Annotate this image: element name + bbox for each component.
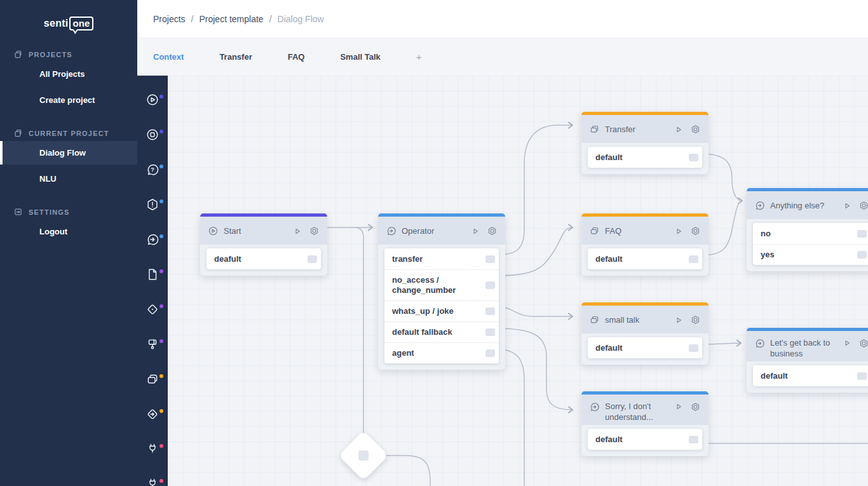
node-settings-button[interactable]: [690, 314, 701, 325]
logo-text-suffix: one: [69, 17, 94, 30]
output-connector[interactable]: [485, 307, 495, 315]
node-header: Start: [200, 217, 327, 245]
node-title: Sorry, I don't understand...: [605, 401, 668, 422]
node-row[interactable]: yes: [753, 244, 868, 265]
run-node-button[interactable]: [842, 201, 852, 211]
run-node-button[interactable]: [470, 226, 480, 236]
flow-node-lets-get-back[interactable]: Let's get back to businessdefault: [747, 328, 868, 393]
node-settings-button[interactable]: [858, 338, 868, 349]
output-connector[interactable]: [857, 230, 867, 238]
run-node-button[interactable]: [674, 402, 684, 412]
paint-roller-tool[interactable]: [137, 327, 168, 361]
sidebar-item-dialog-flow[interactable]: Dialog Flow: [0, 141, 137, 165]
node-settings-button[interactable]: [858, 200, 868, 211]
node-row[interactable]: deafult: [207, 248, 321, 269]
sidebar-section-header: SETTINGS: [0, 207, 137, 217]
tool-status-dot: [159, 199, 163, 203]
node-settings-button[interactable]: [690, 124, 701, 135]
output-connector[interactable]: [485, 255, 495, 263]
flow-node-faq[interactable]: FAQdefault: [581, 213, 709, 276]
chat-arrow-icon: [386, 226, 397, 236]
collection-tool[interactable]: [137, 361, 168, 396]
node-body: deafult: [200, 245, 327, 276]
flow-node-small-talk[interactable]: small talkdefault: [581, 302, 709, 365]
output-connector[interactable]: [308, 255, 317, 263]
sidebar-item-logout[interactable]: Logout: [0, 220, 137, 243]
tab-transfer[interactable]: Transfer: [219, 52, 252, 62]
node-settings-button[interactable]: [309, 226, 320, 236]
flow-node-anything-else[interactable]: Anything else?noyes: [747, 188, 868, 271]
node-row[interactable]: default: [588, 147, 702, 168]
sidebar-item-create-project[interactable]: Create project: [0, 88, 137, 112]
output-connector[interactable]: [689, 255, 698, 263]
output-connector[interactable]: [485, 281, 495, 289]
flow-edge: [356, 227, 363, 433]
node-header: Let's get back to business: [747, 331, 868, 361]
file-icon: [146, 267, 159, 281]
tab-context[interactable]: Context: [153, 52, 184, 62]
plug-icon: [146, 477, 159, 486]
play-circle-tool[interactable]: [137, 82, 168, 117]
output-connector[interactable]: [689, 344, 698, 352]
node-row[interactable]: no: [753, 223, 868, 244]
node-settings-button[interactable]: [690, 402, 701, 412]
node-header: Anything else?: [747, 191, 868, 219]
node-row-label: whats_up / joke: [392, 306, 454, 316]
output-connector[interactable]: [689, 436, 698, 443]
sidebar-item-nlu[interactable]: NLU: [0, 167, 137, 191]
run-node-button[interactable]: [292, 226, 302, 236]
node-settings-button[interactable]: [690, 226, 701, 236]
flow-node-start[interactable]: Startdeafult: [200, 213, 327, 276]
run-node-button[interactable]: [842, 338, 852, 348]
plug-tool[interactable]: [137, 466, 168, 486]
node-title: FAQ: [605, 226, 668, 236]
tab-small-talk[interactable]: Small Talk: [340, 52, 380, 62]
node-row[interactable]: default fallback: [384, 321, 499, 342]
output-connector[interactable]: [485, 349, 495, 357]
dialog-flow-canvas[interactable]: StartdeafultOperatortransferno_access / …: [168, 76, 868, 486]
output-connector[interactable]: [857, 251, 867, 259]
node-title: Anything else?: [770, 200, 837, 211]
collection-icon: [589, 124, 600, 135]
output-connector[interactable]: [485, 328, 495, 336]
file-tool[interactable]: [137, 257, 168, 292]
node-row-label: agent: [392, 348, 414, 358]
alert-hexagon-tool[interactable]: [137, 187, 168, 222]
decision-node[interactable]: [338, 430, 388, 480]
decision-diamond-tool[interactable]: [137, 292, 168, 327]
run-node-button[interactable]: [674, 315, 684, 325]
chat-arrow-tool[interactable]: [137, 222, 168, 257]
node-header: FAQ: [581, 217, 709, 245]
breadcrumb: Projects / Project template / Dialog Flo…: [137, 0, 868, 37]
node-row[interactable]: default: [753, 365, 868, 386]
output-connector[interactable]: [689, 154, 698, 161]
node-row[interactable]: transfer: [384, 248, 499, 269]
sidebar: senti one PROJECTS All Projects Create p…: [0, 0, 137, 486]
flow-node-operator[interactable]: Operatortransferno_access / change_numbe…: [378, 213, 505, 370]
breadcrumb-projects[interactable]: Projects: [153, 14, 186, 24]
chat-arrow-icon: [146, 233, 159, 246]
run-node-button[interactable]: [674, 125, 684, 135]
node-row[interactable]: agent: [384, 342, 499, 363]
node-row-label: default: [595, 435, 623, 445]
question-bubble-tool[interactable]: ?: [137, 152, 168, 187]
breadcrumb-project-template[interactable]: Project template: [199, 14, 263, 24]
node-row[interactable]: default: [588, 429, 702, 450]
run-node-button[interactable]: [674, 226, 684, 236]
flow-node-transfer[interactable]: Transferdefault: [581, 112, 709, 174]
node-row[interactable]: default: [588, 248, 702, 269]
sentione-logo: senti one: [0, 0, 137, 33]
tab-faq[interactable]: FAQ: [288, 52, 305, 62]
plug-tool[interactable]: [137, 431, 168, 466]
node-row[interactable]: default: [588, 337, 702, 358]
node-settings-button[interactable]: [487, 226, 498, 236]
add-tab-button[interactable]: +: [416, 51, 422, 62]
stop-circle-tool[interactable]: [137, 117, 168, 152]
node-row[interactable]: no_access / change_number: [384, 269, 499, 300]
node-header: Transfer: [581, 115, 709, 143]
node-row[interactable]: whats_up / joke: [384, 300, 499, 321]
output-connector[interactable]: [857, 372, 867, 380]
sidebar-item-all-projects[interactable]: All Projects: [0, 62, 137, 86]
flow-node-sorry[interactable]: Sorry, I don't understand...default: [581, 391, 709, 456]
diamond-arrow-tool[interactable]: [137, 396, 168, 431]
